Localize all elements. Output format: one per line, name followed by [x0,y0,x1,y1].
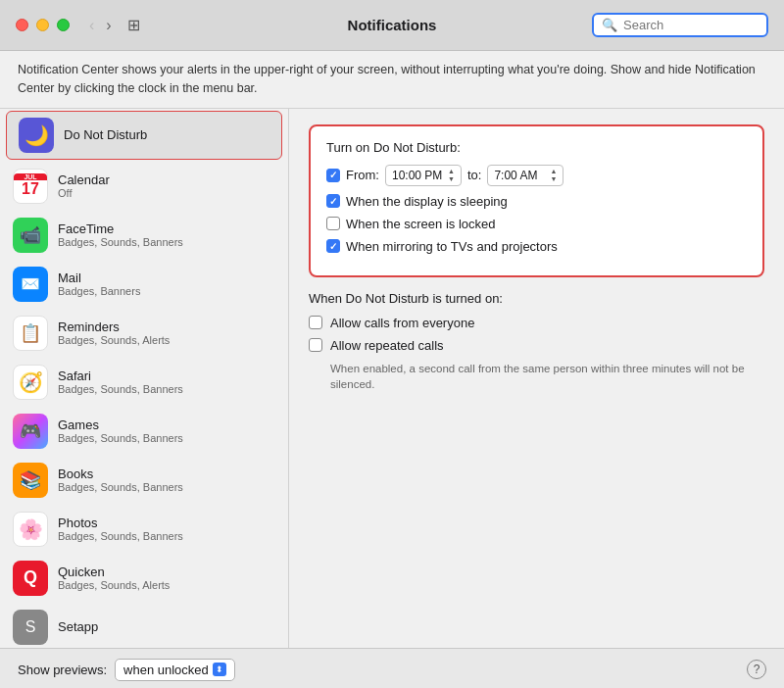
show-previews-label: Show previews: [18,663,107,677]
when-option2-checkbox[interactable] [309,338,322,352]
dnd-option2-label: When the screen is locked [346,217,495,231]
to-time-down[interactable]: ▼ [550,175,557,183]
mail-sub: Badges, Banners [58,285,275,297]
sidebar-item-setapp[interactable]: S Setapp [0,603,288,648]
setapp-info: Setapp [58,619,275,634]
games-name: Games [58,418,275,432]
quicken-info: Quicken Badges, Sounds, Alerts [58,565,275,591]
when-section-title: When Do Not Disturb is turned on: [309,291,764,306]
games-sub: Badges, Sounds, Banners [58,432,275,444]
to-time-input[interactable]: 7:00 AM ▲ ▼ [487,165,564,186]
search-box[interactable]: 🔍 [592,13,768,37]
sidebar-item-quicken[interactable]: Q Quicken Badges, Sounds, Alerts [0,554,288,603]
when-option1-checkbox[interactable] [309,316,322,329]
sidebar-item-calendar[interactable]: JUL 17 Calendar Off [0,162,288,211]
mail-icon: ✉️ [13,267,48,302]
minimize-button[interactable] [36,19,49,31]
dnd-option1-checkbox[interactable] [326,194,340,208]
games-icon: 🎮 [13,414,48,449]
back-button[interactable]: ‹ [85,15,98,36]
dnd-time-checkbox[interactable] [326,169,340,182]
dnd-option2-checkbox[interactable] [326,217,340,230]
when-option2-row: Allow repeated calls [309,338,764,353]
facetime-info: FaceTime Badges, Sounds, Banners [58,221,275,248]
dnd-option3-label: When mirroring to TVs and projectors [346,239,558,254]
to-time-stepper[interactable]: ▲ ▼ [550,168,557,183]
description-text: Notification Center shows your alerts in… [18,63,756,95]
from-label: From: [346,168,379,182]
safari-sub: Badges, Sounds, Banners [58,383,275,395]
detail-panel: Turn on Do Not Disturb: From: 10:00 PM ▲… [289,109,784,648]
dnd-option3-row: When mirroring to TVs and projectors [326,239,747,254]
reminders-icon: 📋 [13,316,48,351]
setapp-name: Setapp [58,619,275,634]
show-previews-dropdown[interactable]: when unlocked ⬍ [115,659,235,681]
dnd-option1-row: When the display is sleeping [326,194,747,209]
safari-name: Safari [58,369,275,383]
help-button[interactable]: ? [747,660,766,679]
from-time-up[interactable]: ▲ [448,168,455,175]
sidebar-item-mail[interactable]: ✉️ Mail Badges, Banners [0,260,288,309]
facetime-sub: Badges, Sounds, Banners [58,236,275,248]
books-info: Books Badges, Sounds, Banners [58,467,275,493]
dnd-option2-row: When the screen is locked [326,217,747,231]
safari-info: Safari Badges, Sounds, Banners [58,369,275,395]
dnd-info: Do Not Disturb [64,127,270,142]
setapp-icon: S [13,610,48,645]
maximize-button[interactable] [57,19,70,31]
books-name: Books [58,467,275,481]
window-title: Notifications [348,17,437,33]
safari-icon: 🧭 [13,365,48,400]
sidebar-item-books[interactable]: 📚 Books Badges, Sounds, Banners [0,456,288,505]
sidebar-item-games[interactable]: 🎮 Games Badges, Sounds, Banners [0,407,288,456]
photos-info: Photos Badges, Sounds, Banners [58,516,275,542]
search-input[interactable] [623,18,760,32]
from-time-value: 10:00 PM [392,169,442,182]
dnd-option3-checkbox[interactable] [326,239,340,253]
sidebar-item-facetime[interactable]: 📹 FaceTime Badges, Sounds, Banners [0,211,288,260]
show-previews-value: when unlocked [123,663,209,677]
description-bar: Notification Center shows your alerts in… [0,51,784,109]
forward-button[interactable]: › [102,15,115,36]
facetime-name: FaceTime [58,221,275,236]
mail-info: Mail Badges, Banners [58,270,275,297]
main-content: 🌙 Do Not Disturb JUL 17 Calendar Off 📹 F [0,109,784,648]
sidebar-item-photos[interactable]: 🌸 Photos Badges, Sounds, Banners [0,505,288,554]
books-sub: Badges, Sounds, Banners [58,481,275,493]
title-bar: ‹ › ⊞ Notifications 🔍 [0,0,784,51]
nav-arrows: ‹ › [85,15,116,36]
from-time-input[interactable]: 10:00 PM ▲ ▼ [385,165,462,186]
calendar-icon: JUL 17 [13,169,48,204]
reminders-sub: Badges, Sounds, Alerts [58,334,275,346]
reminders-info: Reminders Badges, Sounds, Alerts [58,319,275,346]
traffic-lights [16,19,70,31]
sidebar-item-reminders[interactable]: 📋 Reminders Badges, Sounds, Alerts [0,309,288,358]
from-time-stepper[interactable]: ▲ ▼ [448,168,455,183]
quicken-icon: Q [13,561,48,596]
sidebar-item-dnd[interactable]: 🌙 Do Not Disturb [6,111,282,160]
close-button[interactable] [16,19,28,31]
to-label: to: [467,168,481,182]
dnd-icon: 🌙 [19,118,54,153]
mail-name: Mail [58,270,275,285]
calendar-name: Calendar [58,172,275,187]
facetime-icon: 📹 [13,218,48,253]
to-time-value: 7:00 AM [494,169,537,182]
calendar-sub: Off [58,187,275,199]
when-note: When enabled, a second call from the sam… [330,361,764,392]
dnd-options-box: Turn on Do Not Disturb: From: 10:00 PM ▲… [309,124,764,277]
when-option1-row: Allow calls from everyone [309,316,764,330]
dnd-name: Do Not Disturb [64,127,270,142]
when-option1-label: Allow calls from everyone [330,316,474,330]
search-icon: 🔍 [602,18,617,32]
books-icon: 📚 [13,463,48,498]
when-dnd-section: When Do Not Disturb is turned on: Allow … [309,291,764,392]
quicken-name: Quicken [58,565,275,579]
sidebar-item-safari[interactable]: 🧭 Safari Badges, Sounds, Banners [0,358,288,407]
to-time-up[interactable]: ▲ [550,168,557,175]
games-info: Games Badges, Sounds, Banners [58,418,275,444]
reminders-name: Reminders [58,319,275,334]
grid-icon: ⊞ [127,16,140,34]
dnd-option1-label: When the display is sleeping [346,194,508,209]
from-time-down[interactable]: ▼ [448,175,455,183]
